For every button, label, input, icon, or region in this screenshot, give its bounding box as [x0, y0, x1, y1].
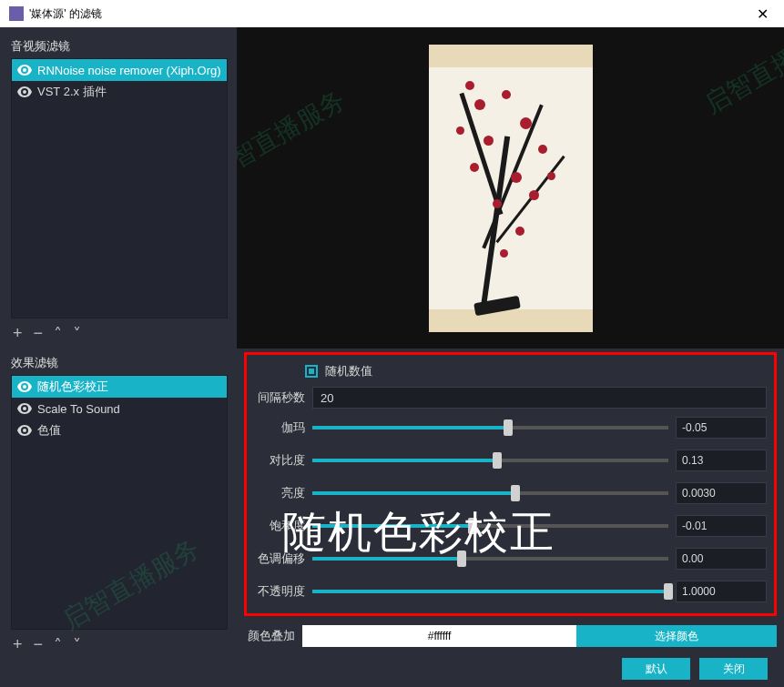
watermark: 启智直播 [698, 41, 784, 122]
color-overlay-label: 颜色叠加 [244, 628, 302, 644]
slider-value-input[interactable]: 0.0030 [676, 482, 767, 504]
slider-value-input[interactable]: 0.00 [676, 548, 767, 570]
av-filters-label: 音视频滤镜 [11, 38, 228, 55]
slider-label: 饱和度 [254, 518, 305, 534]
move-down-button[interactable]: ˅ [73, 324, 81, 344]
app-icon [9, 6, 24, 21]
visibility-icon[interactable] [17, 65, 32, 76]
add-button[interactable]: + [13, 635, 23, 655]
slider-label: 不透明度 [254, 583, 305, 600]
visibility-icon[interactable] [17, 381, 32, 392]
default-button[interactable]: 默认 [622, 658, 690, 680]
titlebar: '媒体源' 的滤镜 ✕ [0, 0, 784, 27]
slider[interactable] [312, 451, 668, 470]
filter-item[interactable]: Scale To Sound [12, 398, 227, 419]
slider-row: 饱和度-0.01 [254, 510, 767, 542]
filter-item-label: RNNoise noise remover (Xiph.Org) [37, 64, 221, 77]
visibility-icon[interactable] [17, 86, 32, 97]
color-swatch[interactable]: #ffffff [302, 625, 576, 647]
watermark: 启智直播服务 [237, 83, 351, 189]
slider-label: 色调偏移 [254, 551, 305, 567]
preview-image [429, 45, 593, 332]
slider[interactable] [312, 582, 668, 601]
pick-color-button[interactable]: 选择颜色 [576, 625, 777, 647]
filter-item-label: 色值 [37, 422, 61, 439]
av-toolbar: + − ˄ ˅ [11, 318, 228, 349]
slider[interactable] [312, 550, 668, 568]
slider-value-input[interactable]: -0.01 [676, 515, 767, 537]
highlighted-region: 随机数值 间隔秒数 20 伽玛-0.05对比度0.13亮度0.0030饱和度-0… [244, 352, 777, 616]
filter-item-label: 随机色彩校正 [37, 379, 108, 395]
slider[interactable] [312, 517, 668, 535]
random-check-label: 随机数值 [325, 363, 372, 379]
slider-row: 亮度0.0030 [254, 477, 767, 510]
slider[interactable] [312, 484, 668, 502]
visibility-icon[interactable] [17, 425, 32, 436]
av-filters-list[interactable]: RNNoise noise remover (Xiph.Org)VST 2.x … [11, 58, 228, 318]
preview-area: 启智直播服务 启智直播 [237, 27, 784, 349]
filter-item[interactable]: 随机色彩校正 [12, 376, 227, 398]
add-button[interactable]: + [13, 324, 23, 344]
close-button[interactable]: 关闭 [699, 658, 768, 680]
filter-item[interactable]: VST 2.x 插件 [12, 81, 227, 103]
slider-label: 对比度 [254, 452, 305, 469]
filter-item-label: VST 2.x 插件 [37, 84, 107, 100]
sidebar: 音视频滤镜 RNNoise noise remover (Xiph.Org)VS… [0, 27, 237, 687]
slider-row: 伽玛-0.05 [254, 411, 767, 444]
fx-filters-label: 效果滤镜 [11, 355, 228, 371]
fx-filters-list[interactable]: 随机色彩校正Scale To Sound色值 [11, 375, 228, 630]
move-up-button[interactable]: ˄ [54, 635, 62, 655]
fx-toolbar: + − ˄ ˅ [11, 630, 228, 661]
slider-value-input[interactable]: 0.13 [676, 450, 767, 471]
slider[interactable] [312, 419, 668, 437]
visibility-icon[interactable] [17, 403, 32, 414]
close-icon[interactable]: ✕ [744, 5, 780, 23]
slider-row: 不透明度1.0000 [254, 575, 767, 608]
remove-button[interactable]: − [34, 635, 44, 655]
interval-input[interactable]: 20 [312, 387, 767, 409]
slider-label: 伽玛 [254, 419, 305, 436]
slider-row: 色调偏移0.00 [254, 542, 767, 575]
slider-value-input[interactable]: -0.05 [676, 417, 767, 439]
filter-item[interactable]: 色值 [12, 419, 227, 441]
remove-button[interactable]: − [34, 324, 44, 344]
slider-label: 亮度 [254, 485, 305, 501]
random-checkbox[interactable] [305, 365, 318, 378]
properties-panel: 随机数值 间隔秒数 20 伽玛-0.05对比度0.13亮度0.0030饱和度-0… [237, 349, 784, 687]
interval-label: 间隔秒数 [254, 389, 305, 406]
filter-item-label: Scale To Sound [37, 402, 120, 416]
slider-row: 对比度0.13 [254, 444, 767, 477]
filter-item[interactable]: RNNoise noise remover (Xiph.Org) [12, 59, 227, 81]
move-up-button[interactable]: ˄ [54, 324, 62, 344]
slider-value-input[interactable]: 1.0000 [676, 581, 767, 602]
move-down-button[interactable]: ˅ [73, 635, 81, 655]
window-title: '媒体源' 的滤镜 [29, 6, 744, 22]
